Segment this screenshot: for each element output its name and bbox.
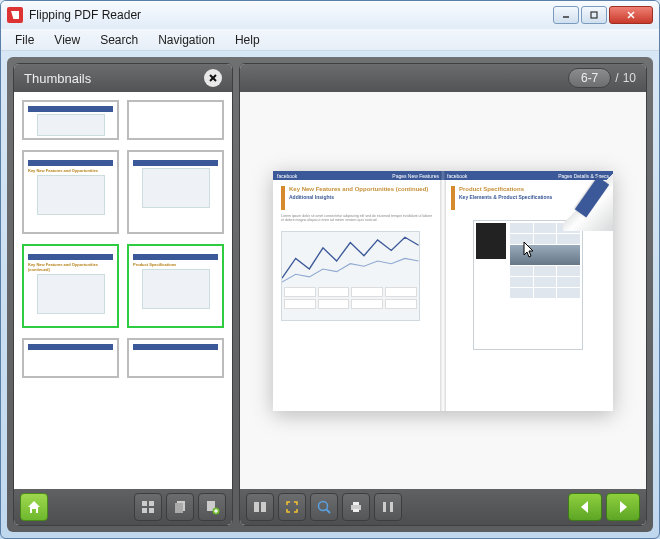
thumbnail[interactable]: Key New Features and Opportunities: [22, 150, 119, 234]
thumbnails-title: Thumbnails: [24, 71, 91, 86]
menu-search[interactable]: Search: [90, 31, 148, 49]
thumbnail[interactable]: [22, 100, 119, 140]
thumbnail-current-left[interactable]: Key New Features and Opportunities (cont…: [22, 244, 119, 328]
main-frame: Thumbnails Key New Features and Opportun…: [7, 57, 653, 532]
print-icon: [348, 499, 364, 515]
thumbnails-panel: Thumbnails Key New Features and Opportun…: [13, 63, 233, 526]
home-button[interactable]: [20, 493, 48, 521]
prev-icon: [577, 499, 593, 515]
svg-rect-8: [142, 508, 147, 513]
svg-rect-7: [149, 501, 154, 506]
page-total: 10: [623, 71, 636, 85]
menu-help[interactable]: Help: [225, 31, 270, 49]
svg-rect-11: [175, 503, 183, 513]
prev-page-button[interactable]: [568, 493, 602, 521]
window-title: Flipping PDF Reader: [29, 8, 553, 22]
thumbnail[interactable]: [127, 150, 224, 234]
thumbnails-toolbar: [14, 489, 232, 525]
page-view-header: 6-7 / 10: [240, 64, 646, 92]
svg-point-18: [319, 502, 328, 511]
page-canvas[interactable]: facebookPages New Features Key New Featu…: [240, 92, 646, 489]
add-icon: [204, 499, 220, 515]
zoom-button[interactable]: [310, 493, 338, 521]
columns-button[interactable]: [374, 493, 402, 521]
layout-icon: [252, 499, 268, 515]
svg-rect-21: [353, 502, 359, 505]
close-thumbnails-button[interactable]: [204, 69, 222, 87]
thumbnail-current-right[interactable]: Product Specifications: [127, 244, 224, 328]
print-button[interactable]: [342, 493, 370, 521]
thumbnails-grid[interactable]: Key New Features and Opportunities Key N…: [14, 92, 232, 489]
page-view-toolbar: [240, 489, 646, 525]
app-icon: [7, 7, 23, 23]
fit-icon: [284, 499, 300, 515]
thumbnail[interactable]: [22, 338, 119, 378]
add-page-button[interactable]: [198, 493, 226, 521]
layout-button[interactable]: [246, 493, 274, 521]
spec-preview: [473, 220, 583, 350]
svg-rect-17: [261, 502, 266, 512]
next-page-button[interactable]: [606, 493, 640, 521]
svg-rect-23: [383, 502, 386, 512]
page-range-indicator[interactable]: 6-7: [568, 68, 611, 88]
grid-icon: [140, 499, 156, 515]
next-icon: [615, 499, 631, 515]
columns-icon: [380, 499, 396, 515]
book-spread: facebookPages New Features Key New Featu…: [273, 171, 613, 411]
thumbnail[interactable]: [127, 100, 224, 140]
svg-rect-22: [353, 509, 359, 512]
fit-button[interactable]: [278, 493, 306, 521]
page-view-panel: 6-7 / 10 facebookPages New Features Key …: [239, 63, 647, 526]
menu-navigation[interactable]: Navigation: [148, 31, 225, 49]
svg-line-19: [327, 510, 331, 514]
menu-file[interactable]: File: [5, 31, 44, 49]
close-button[interactable]: [609, 6, 653, 24]
page-separator: /: [615, 71, 618, 85]
stack-view-button[interactable]: [166, 493, 194, 521]
page-curl[interactable]: [563, 171, 613, 231]
thumbnails-header: Thumbnails: [14, 64, 232, 92]
svg-rect-1: [591, 12, 597, 18]
menu-view[interactable]: View: [44, 31, 90, 49]
home-icon: [26, 499, 42, 515]
svg-rect-9: [149, 508, 154, 513]
zoom-icon: [316, 499, 332, 515]
menu-bar: File View Search Navigation Help: [1, 29, 659, 51]
insights-chart: [281, 231, 420, 321]
stack-icon: [172, 499, 188, 515]
maximize-button[interactable]: [581, 6, 607, 24]
svg-rect-24: [390, 502, 393, 512]
page-left: facebookPages New Features Key New Featu…: [273, 171, 443, 411]
svg-rect-16: [254, 502, 259, 512]
minimize-button[interactable]: [553, 6, 579, 24]
thumbnail[interactable]: [127, 338, 224, 378]
grid-view-button[interactable]: [134, 493, 162, 521]
title-bar: Flipping PDF Reader: [1, 1, 659, 29]
page-right: facebookPages Details & Specs Product Sp…: [443, 171, 613, 411]
svg-rect-6: [142, 501, 147, 506]
